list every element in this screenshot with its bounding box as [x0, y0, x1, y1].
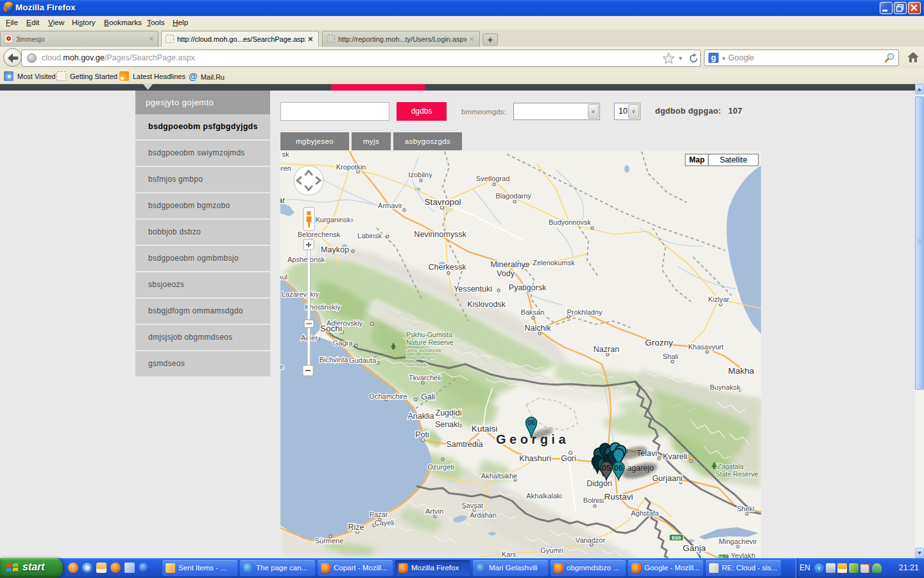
svg-text:Tkvarcheli: Tkvarcheli [409, 374, 441, 381]
svg-text:Vanadzor: Vanadzor [576, 536, 606, 544]
svg-text:Rize: Rize [348, 523, 364, 532]
svg-text:Armavir: Armavir [378, 202, 402, 209]
svg-text:Didgori: Didgori [586, 479, 612, 488]
svg-text:gbby-aydobosb: gbby-aydobosb [406, 347, 441, 353]
svg-text:Mingachevir: Mingachevir [719, 538, 757, 545]
svg-text:Shali: Shali [663, 353, 678, 360]
svg-text:Svetlograd: Svetlograd [476, 175, 510, 182]
svg-text:Sheki: Sheki [737, 505, 755, 512]
svg-text:Maykop: Maykop [321, 245, 349, 254]
svg-text:Yevlakh: Yevlakh [731, 552, 755, 558]
svg-text:Anaklia: Anaklia [408, 412, 434, 421]
svg-text:Bolnisi: Bolnisi [583, 496, 604, 504]
svg-text:Samtredia: Samtredia [447, 440, 483, 449]
svg-text:Yessentuki: Yessentuki [454, 285, 492, 293]
svg-text:Cherkessk: Cherkessk [428, 263, 466, 272]
svg-text:Pyatigorsk: Pyatigorsk [509, 283, 547, 292]
svg-text:Makha: Makha [728, 366, 755, 376]
svg-text:Bichvinta: Bichvinta [320, 356, 349, 363]
svg-text:Aul: Aul [280, 273, 287, 281]
svg-text:Ochamchire: Ochamchire [369, 392, 407, 400]
svg-text:Sürmene: Sürmene [315, 537, 344, 545]
svg-text:Akhaltsikhe: Akhaltsikhe [481, 472, 517, 480]
svg-text:Pskhu-Gumista: Pskhu-Gumista [406, 331, 452, 338]
svg-text:Aghstafa: Aghstafa [631, 509, 659, 517]
svg-text:Stavropol: Stavropol [424, 197, 461, 207]
svg-text:Nazran: Nazran [594, 345, 619, 354]
svg-text:Kurganinsk: Kurganinsk [315, 216, 351, 223]
svg-text:Kutaisi: Kutaisi [472, 424, 498, 434]
svg-text:Gagra: Gagra [333, 339, 353, 347]
svg-text:Ardahan: Ardahan [470, 511, 497, 519]
svg-text:Budyonnovsk: Budyonnovsk [549, 218, 592, 226]
svg-text:Gori: Gori [561, 454, 576, 463]
svg-text:Kislovodsk: Kislovodsk [467, 300, 506, 309]
svg-text:Lazarevskiy: Lazarevskiy [282, 290, 320, 298]
svg-text:Satellite: Satellite [720, 155, 748, 164]
svg-text:Khasavyurt: Khasavyurt [688, 343, 723, 351]
svg-text:bszmpsjo: bszmpsjo [406, 362, 428, 367]
svg-text:Izobilny: Izobilny [408, 171, 432, 179]
svg-text:Gyumri: Gyumri [540, 547, 563, 554]
svg-text:Nalchik: Nalchik [525, 324, 552, 333]
svg-text:Zugdidi: Zugdidi [436, 408, 462, 417]
svg-text:Şavşat: Şavşat [461, 502, 483, 509]
svg-text:Kvareli: Kvareli [663, 452, 687, 461]
svg-text:06: 06 [614, 463, 623, 473]
svg-text:Kropotkin: Kropotkin [336, 163, 366, 171]
svg-text:State Reserve: State Reserve [715, 470, 758, 478]
svg-text:Mineralnye: Mineralnye [490, 260, 529, 269]
svg-text:Nature Reserve: Nature Reserve [406, 338, 454, 346]
svg-text:Zelenokumsk: Zelenokumsk [533, 259, 575, 267]
svg-text:Grozny: Grozny [645, 338, 673, 347]
svg-text:Buynaksk: Buynaksk [710, 383, 740, 391]
svg-text:Gurjaani: Gurjaani [652, 474, 682, 483]
svg-text:E60: E60 [672, 535, 681, 541]
svg-text:Map: Map [689, 155, 705, 164]
svg-text:Prokhladny: Prokhladny [567, 308, 603, 316]
svg-text:e: e [280, 363, 284, 371]
svg-text:Apsheronsk: Apsheronsk [287, 256, 325, 263]
svg-text:Gudauta: Gudauta [349, 356, 377, 364]
svg-text:Rustavi: Rustavi [604, 492, 633, 502]
svg-text:Akhalkalaki: Akhalkalaki [526, 492, 562, 500]
svg-text:Zagatala: Zagatala [717, 462, 744, 470]
svg-text:Sochi: Sochi [320, 324, 342, 333]
svg-text:Belorechensk: Belorechensk [298, 231, 341, 238]
svg-text:Nevinnomyssk: Nevinnomyssk [414, 230, 466, 239]
svg-text:Baksan: Baksan [521, 308, 545, 316]
svg-text:Kars: Kars [502, 550, 517, 558]
svg-text:Blagodarny: Blagodarny [495, 192, 531, 200]
svg-text:lar: lar [280, 195, 286, 205]
svg-text:Artvin: Artvin [425, 507, 443, 515]
svg-text:Labinsk: Labinsk [357, 232, 382, 240]
svg-text:bsbjmdfogm: bsbjmdfogm [406, 355, 434, 360]
svg-text:Pazar: Pazar [370, 511, 388, 518]
svg-text:Vody: Vody [497, 269, 515, 278]
svg-text:Ozurgeti: Ozurgeti [427, 463, 454, 471]
svg-text:Koren: Koren [280, 164, 291, 172]
svg-text:Çayeli: Çayeli [375, 519, 395, 527]
svg-text:sk: sk [282, 151, 290, 158]
svg-text:Khashuri: Khashuri [519, 454, 551, 463]
svg-text:Ganja: Ganja [683, 543, 706, 553]
svg-text:05: 05 [602, 463, 611, 473]
svg-text:Senaki: Senaki [435, 420, 459, 429]
svg-text:Poti: Poti [415, 430, 429, 439]
svg-text:06: 06 [527, 419, 535, 426]
svg-text:Kizlyar: Kizlyar [708, 295, 729, 303]
svg-text:Gali: Gali [421, 392, 435, 401]
